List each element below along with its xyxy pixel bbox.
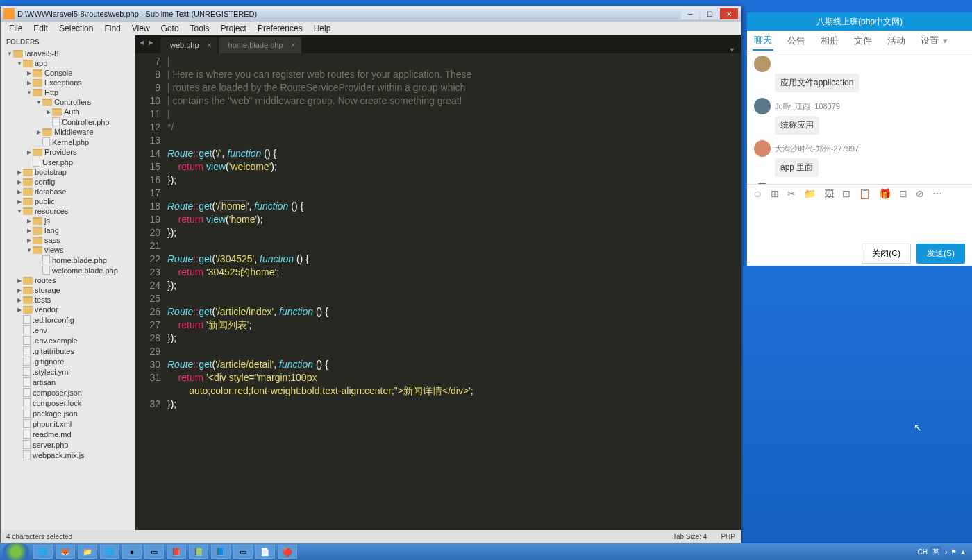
- folder-tests[interactable]: ▶tests: [1, 295, 135, 305]
- chat-input[interactable]: [747, 202, 972, 241]
- tray-lang[interactable]: CH: [918, 548, 928, 556]
- chat-tool-icon[interactable]: ⊘: [916, 188, 924, 199]
- folder-exceptions[interactable]: ▶Exceptions: [1, 78, 135, 87]
- menu-edit[interactable]: Edit: [28, 22, 53, 35]
- taskbar-app-icon[interactable]: ●: [122, 545, 142, 559]
- menu-project[interactable]: Project: [215, 22, 252, 35]
- chat-tab-1[interactable]: 公告: [786, 32, 807, 50]
- taskbar-app-icon[interactable]: 📘: [211, 545, 231, 559]
- folder-storage[interactable]: ▶storage: [1, 285, 135, 295]
- title-bar[interactable]: D:\WWW\laravel5-8\routes\web.php - Subli…: [1, 6, 741, 22]
- chat-tab-0[interactable]: 聊天: [753, 31, 773, 51]
- file-phpunit-xml[interactable]: phpunit.xml: [1, 418, 135, 429]
- chat-tool-icon[interactable]: 🖼: [824, 188, 834, 199]
- tab-nav-arrows[interactable]: ◄►: [138, 38, 155, 46]
- file--gitattributes[interactable]: .gitattributes: [1, 346, 135, 356]
- maximize-button[interactable]: ☐: [701, 8, 719, 19]
- tray-icon[interactable]: ⚑: [950, 548, 957, 556]
- taskbar-app-icon[interactable]: ▭: [144, 545, 164, 559]
- folder-providers[interactable]: ▶Providers: [1, 147, 135, 157]
- menu-help[interactable]: Help: [308, 22, 337, 35]
- taskbar-app-icon[interactable]: 📁: [78, 545, 97, 559]
- folder-app[interactable]: ▼app: [1, 58, 135, 68]
- folder-bootstrap[interactable]: ▶bootstrap: [1, 167, 135, 177]
- tab-close-icon[interactable]: ×: [207, 41, 211, 49]
- avatar[interactable]: [754, 98, 771, 114]
- taskbar-app-icon[interactable]: 📗: [189, 545, 208, 559]
- file-kernel-php[interactable]: Kernel.php: [1, 137, 135, 147]
- file--env[interactable]: .env: [1, 325, 135, 335]
- file-composer-json[interactable]: composer.json: [1, 387, 135, 398]
- chat-send-button[interactable]: 发送(S): [916, 244, 965, 264]
- menu-goto[interactable]: Goto: [156, 22, 185, 35]
- file-package-json[interactable]: package.json: [1, 408, 135, 418]
- sidebar[interactable]: FOLDERS ▼laravel5-8▼app▶Console▶Exceptio…: [1, 35, 135, 530]
- taskbar-app-icon[interactable]: 🔴: [278, 545, 297, 559]
- file-welcome-blade-php[interactable]: welcome.blade.php: [1, 265, 135, 275]
- folder-routes[interactable]: ▶routes: [1, 275, 135, 285]
- folder-public[interactable]: ▶public: [1, 196, 135, 206]
- avatar[interactable]: [754, 56, 771, 72]
- folder-js[interactable]: ▶js: [1, 216, 135, 226]
- chat-tool-icon[interactable]: ✂: [787, 188, 796, 199]
- chat-tab-3[interactable]: 文件: [853, 32, 873, 50]
- tab-close-icon[interactable]: ×: [291, 41, 295, 49]
- start-button[interactable]: [3, 543, 29, 560]
- folder-lang[interactable]: ▶lang: [1, 226, 135, 235]
- file--styleci-yml[interactable]: .styleci.yml: [1, 366, 135, 377]
- folder-middleware[interactable]: ▶Middleware: [1, 127, 135, 137]
- tab-home-blade-php[interactable]: home.blade.php×: [219, 37, 301, 53]
- folder-console[interactable]: ▶Console: [1, 68, 135, 78]
- chat-tool-icon[interactable]: ☺: [753, 188, 762, 199]
- file--editorconfig[interactable]: .editorconfig: [1, 314, 135, 325]
- system-tray[interactable]: CH 英 ♪ ⚑ ▲: [918, 546, 972, 557]
- status-tab-size[interactable]: Tab Size: 4: [673, 533, 707, 541]
- file-readme-md[interactable]: readme.md: [1, 429, 135, 439]
- taskbar-app-icon[interactable]: 🌐: [33, 545, 53, 559]
- tray-icon[interactable]: ♪: [944, 548, 948, 556]
- file-controller-php[interactable]: Controller.php: [1, 117, 135, 127]
- file-user-php[interactable]: User.php: [1, 157, 135, 167]
- folder-sass[interactable]: ▶sass: [1, 235, 135, 245]
- tab-web-php[interactable]: web.php×: [160, 37, 217, 53]
- code-editor[interactable]: 7891011121314151617181920212223242526272…: [135, 53, 741, 530]
- file-artisan[interactable]: artisan: [1, 377, 135, 387]
- chat-tool-icon[interactable]: 🎁: [879, 188, 891, 199]
- menu-tools[interactable]: Tools: [185, 22, 215, 35]
- folder-auth[interactable]: ▶Auth: [1, 107, 135, 117]
- file-server-php[interactable]: server.php: [1, 439, 135, 450]
- taskbar-app-icon[interactable]: 🌐: [100, 545, 119, 559]
- file--env-example[interactable]: .env.example: [1, 335, 135, 346]
- folder-config[interactable]: ▶config: [1, 177, 135, 187]
- chat-tab-4[interactable]: 活动: [886, 32, 907, 50]
- tray-ime[interactable]: 英: [930, 546, 941, 557]
- folder-http[interactable]: ▼Http: [1, 87, 135, 97]
- chat-messages[interactable]: 应用文件applicationJoffy_江西_108079统称应用大淘沙时代-…: [747, 51, 972, 184]
- close-button[interactable]: ✕: [720, 8, 738, 19]
- menu-preferences[interactable]: Preferences: [252, 22, 308, 35]
- chat-tab-2[interactable]: 相册: [819, 32, 840, 50]
- menu-view[interactable]: View: [126, 22, 156, 35]
- chat-close-button[interactable]: 关闭(C): [862, 244, 911, 264]
- folder-views[interactable]: ▼views: [1, 245, 135, 255]
- desktop-area[interactable]: [743, 266, 972, 543]
- chat-tool-icon[interactable]: 📋: [859, 188, 871, 199]
- minimize-button[interactable]: ─: [681, 8, 699, 19]
- tray-icon[interactable]: ▲: [960, 548, 966, 556]
- file-webpack-mix-js[interactable]: webpack.mix.js: [1, 450, 135, 460]
- status-language[interactable]: PHP: [721, 533, 735, 541]
- file-home-blade-php[interactable]: home.blade.php: [1, 255, 135, 265]
- menu-find[interactable]: Find: [99, 22, 126, 35]
- taskbar-app-icon[interactable]: 📄: [255, 545, 275, 559]
- code-content[interactable]: || Here is where you can register web ro…: [167, 53, 741, 530]
- chat-tool-icon[interactable]: 📁: [804, 188, 816, 199]
- file-composer-lock[interactable]: composer.lock: [1, 398, 135, 408]
- chat-tool-icon[interactable]: ⊟: [899, 188, 907, 199]
- chat-tab-5[interactable]: 设置: [919, 32, 940, 50]
- menu-file[interactable]: File: [3, 22, 28, 35]
- folder-vendor[interactable]: ▶vendor: [1, 305, 135, 314]
- folder-resources[interactable]: ▼resources: [1, 206, 135, 216]
- avatar[interactable]: [754, 140, 771, 157]
- folder-database[interactable]: ▶database: [1, 187, 135, 196]
- taskbar-app-icon[interactable]: ▭: [233, 545, 253, 559]
